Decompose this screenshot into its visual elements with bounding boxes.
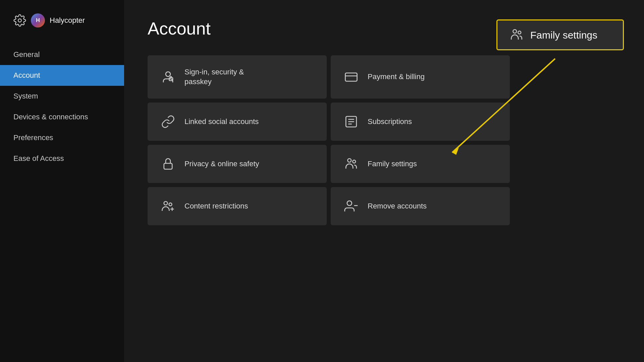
card-remove[interactable]: Remove accounts xyxy=(331,187,510,225)
svg-point-12 xyxy=(164,201,168,205)
card-privacy[interactable]: Privacy & online safety xyxy=(148,145,327,183)
svg-point-10 xyxy=(348,159,352,162)
avatar: H xyxy=(31,13,45,27)
card-subscriptions-label: Subscriptions xyxy=(368,117,412,127)
card-payment-label: Payment & billing xyxy=(368,72,425,82)
card-family-label: Family settings xyxy=(368,159,417,169)
svg-rect-9 xyxy=(164,163,172,169)
settings-grid: Sign-in, security &passkey Payment & bil… xyxy=(148,55,510,225)
sidebar-item-system[interactable]: System xyxy=(0,86,124,107)
sidebar-nav: General Account System Devices & connect… xyxy=(0,44,124,169)
card-remove-label: Remove accounts xyxy=(368,201,427,211)
sidebar: H Halycopter General Account System Devi… xyxy=(0,0,124,362)
svg-point-18 xyxy=(513,29,517,33)
svg-point-13 xyxy=(169,203,172,206)
sidebar-item-general[interactable]: General xyxy=(0,44,124,65)
card-linked-label: Linked social accounts xyxy=(184,117,259,127)
family-icon xyxy=(344,157,358,171)
family-highlight-icon xyxy=(509,28,524,42)
sidebar-username: Halycopter xyxy=(50,16,85,25)
sidebar-item-devices[interactable]: Devices & connections xyxy=(0,107,124,127)
sidebar-item-ease[interactable]: Ease of Access xyxy=(0,148,124,169)
sidebar-header: H Halycopter xyxy=(0,13,124,44)
svg-point-19 xyxy=(518,31,521,34)
list-icon xyxy=(344,115,358,129)
svg-point-0 xyxy=(18,19,21,22)
main-content: Account Sign-in, security &passkey Payme… xyxy=(124,0,644,362)
card-content-label: Content restrictions xyxy=(184,201,248,211)
svg-point-11 xyxy=(353,160,356,163)
sidebar-item-account[interactable]: Account xyxy=(0,65,124,86)
svg-rect-3 xyxy=(345,73,357,81)
person-remove-icon xyxy=(344,199,358,213)
card-family[interactable]: Family settings xyxy=(331,145,510,183)
sidebar-item-preferences[interactable]: Preferences xyxy=(0,127,124,148)
svg-point-14 xyxy=(347,201,352,205)
card-signin-label: Sign-in, security &passkey xyxy=(184,67,244,86)
card-linked[interactable]: Linked social accounts xyxy=(148,103,327,141)
link-icon xyxy=(161,115,175,129)
gear-icon xyxy=(13,14,26,27)
card-payment[interactable]: Payment & billing xyxy=(331,55,510,99)
card-subscriptions[interactable]: Subscriptions xyxy=(331,103,510,141)
card-icon xyxy=(344,70,358,84)
svg-point-1 xyxy=(166,72,170,76)
card-signin[interactable]: Sign-in, security &passkey xyxy=(148,55,327,99)
card-privacy-label: Privacy & online safety xyxy=(184,159,259,169)
card-content[interactable]: Content restrictions xyxy=(148,187,327,225)
person-lock-icon xyxy=(161,70,175,84)
family-settings-highlight[interactable]: Family settings xyxy=(496,19,624,50)
family-settings-highlight-label: Family settings xyxy=(530,28,597,42)
family-add-icon xyxy=(161,199,175,213)
lock-icon xyxy=(161,157,175,171)
